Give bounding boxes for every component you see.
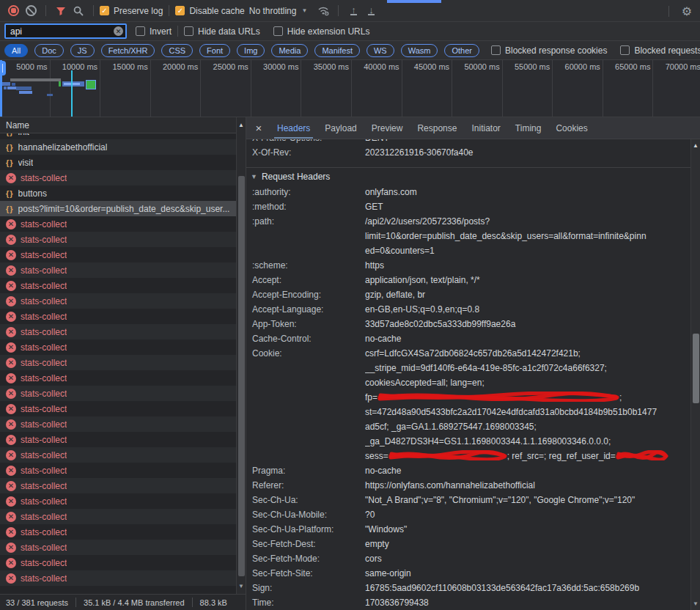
error-icon: ✕	[6, 173, 16, 183]
tab-response[interactable]: Response	[410, 117, 464, 139]
request-row[interactable]: ✕stats-collect	[0, 570, 236, 586]
request-row[interactable]: ✕stats-collect	[0, 216, 236, 232]
request-row[interactable]: ✕stats-collect	[0, 278, 236, 293]
network-conditions-button[interactable]	[314, 2, 332, 20]
close-icon[interactable]: ×	[252, 122, 265, 135]
header-value: no-cache	[365, 463, 690, 478]
type-option-list: Blocked response cookiesBlocked requests…	[491, 45, 700, 56]
request-row[interactable]: ✕stats-collect	[0, 324, 236, 339]
details-scrollbar[interactable]: ▲ ▼	[690, 139, 700, 610]
request-name: stats-collect	[21, 373, 67, 383]
clear-icon	[26, 5, 37, 16]
request-row[interactable]: ✕stats-collect	[0, 247, 236, 262]
network-overview-timeline[interactable]: 5000 ms10000 ms15000 ms20000 ms25000 ms3…	[0, 60, 700, 117]
filter-pill-fetch-xhr[interactable]: Fetch/XHR	[101, 44, 155, 57]
request-row[interactable]: ✕stats-collect	[0, 262, 236, 278]
tab-payload[interactable]: Payload	[317, 117, 364, 139]
request-row[interactable]: {}buttons	[0, 185, 236, 201]
filter-pill-manifest[interactable]: Manifest	[314, 44, 360, 57]
header-value-line: limit=10&order=publish_date_desc&skip_us…	[365, 229, 690, 243]
request-row[interactable]: ✕stats-collect	[0, 232, 236, 247]
filter-pill-img[interactable]: Img	[237, 44, 265, 57]
scroll-up-icon[interactable]: ▲	[237, 122, 246, 128]
import-har-button[interactable]: ↑	[345, 2, 362, 20]
request-name: stats-collect	[21, 296, 67, 306]
blocked-requests-checkbox[interactable]: Blocked requests	[620, 45, 700, 56]
filter-pill-all[interactable]: All	[4, 44, 28, 57]
scrollbar-thumb[interactable]	[693, 334, 699, 403]
request-row[interactable]: ✕stats-collect	[0, 509, 236, 524]
scrollbar-thumb[interactable]	[238, 176, 245, 576]
type-pill-list: AllDocJSFetch/XHRCSSFontImgMediaManifest…	[4, 44, 479, 57]
request-row[interactable]: ✕stats-collect	[0, 293, 236, 309]
hide-data-urls-checkbox[interactable]: Hide data URLs	[184, 26, 260, 37]
disable-cache-checkbox[interactable]: ✓ Disable cache	[175, 6, 244, 16]
clear-filter-icon[interactable]: ✕	[114, 26, 123, 36]
filter-pill-font[interactable]: Font	[199, 44, 230, 57]
filter-pill-ws[interactable]: WS	[366, 44, 394, 57]
waterfall-bar	[19, 91, 32, 94]
scroll-down-icon[interactable]: ▼	[691, 600, 700, 607]
request-row[interactable]: ✕stats-collect	[0, 401, 236, 416]
scroll-up-icon[interactable]: ▲	[691, 142, 700, 149]
request-row[interactable]: {}posts?limit=10&order=publish_date_desc…	[0, 201, 236, 216]
clear-button[interactable]	[22, 2, 40, 20]
filter-input[interactable]	[4, 23, 127, 39]
tab-cookies[interactable]: Cookies	[548, 117, 594, 139]
filter-pill-wasm[interactable]: Wasm	[401, 44, 438, 57]
header-value-line: ad5cf; _ga=GA1.1.689275447.1698003345;	[365, 419, 690, 434]
divider	[75, 598, 76, 607]
header-value: "Not_A Brand";v="8", "Chromium";v="120",…	[365, 493, 690, 507]
filter-pill-js[interactable]: JS	[70, 44, 95, 57]
request-row[interactable]: {}init	[0, 133, 236, 139]
request-row[interactable]: ✕stats-collect	[0, 355, 236, 370]
funnel-icon	[56, 6, 66, 16]
request-row[interactable]: ✕stats-collect	[0, 386, 236, 401]
filter-pill-media[interactable]: Media	[271, 44, 308, 57]
request-row[interactable]: ✕stats-collect	[0, 370, 236, 386]
header-key: Referer:	[246, 478, 365, 493]
request-row[interactable]: ✕stats-collect	[0, 447, 236, 463]
request-row[interactable]: ✕stats-collect	[0, 170, 236, 185]
request-row[interactable]: ✕stats-collect	[0, 416, 236, 432]
request-row[interactable]: ✕stats-collect	[0, 493, 236, 509]
request-list-scrollbar[interactable]: ▲ ▼	[236, 117, 246, 594]
request-name: stats-collect	[21, 481, 67, 491]
timeline-drag-handle[interactable]	[0, 61, 6, 76]
preserve-log-checkbox[interactable]: ✓ Preserve log	[100, 6, 163, 16]
tab-headers[interactable]: Headers	[270, 117, 317, 139]
filter-pill-doc[interactable]: Doc	[34, 44, 64, 57]
invert-checkbox[interactable]: Invert	[136, 26, 172, 37]
request-row[interactable]: ✕stats-collect	[0, 524, 236, 540]
request-row[interactable]: ✕stats-collect	[0, 555, 236, 570]
request-row[interactable]: ✕stats-collect	[0, 478, 236, 493]
request-row[interactable]: ✕stats-collect	[0, 309, 236, 324]
request-row[interactable]: ✕stats-collect	[0, 432, 236, 447]
filter-pill-other[interactable]: Other	[444, 44, 479, 57]
search-button[interactable]	[70, 2, 87, 20]
request-row[interactable]: {}visit	[0, 155, 236, 170]
scroll-down-icon[interactable]: ▼	[237, 583, 246, 589]
settings-button[interactable]: ⚙	[678, 2, 696, 20]
request-row[interactable]: ✕stats-collect	[0, 540, 236, 555]
name-column-header[interactable]: Name	[0, 117, 246, 133]
request-row[interactable]: {}hannahelizabethofficial	[0, 139, 236, 155]
export-har-button[interactable]: ↓	[362, 2, 380, 20]
error-icon: ✕	[6, 404, 16, 414]
filter-toggle-button[interactable]	[52, 2, 70, 20]
tab-preview[interactable]: Preview	[364, 117, 410, 139]
tab-timing[interactable]: Timing	[508, 117, 549, 139]
filter-pill-css[interactable]: CSS	[161, 44, 193, 57]
request-name: stats-collect	[21, 419, 67, 430]
throttling-dropdown[interactable]: No throttling ▼	[249, 6, 308, 16]
request-name: posts?limit=10&order=publish_date_desc&s…	[18, 204, 230, 214]
tab-initiator[interactable]: Initiator	[464, 117, 507, 139]
hide-extension-urls-checkbox[interactable]: Hide extension URLs	[273, 26, 370, 37]
record-button[interactable]	[4, 2, 22, 20]
request-row[interactable]: ✕stats-collect	[0, 339, 236, 355]
filter-bar: ✕ Invert Hide data URLs Hide extension U…	[0, 22, 700, 41]
request-headers-section-header[interactable]: ▼Request Headers	[246, 167, 690, 185]
blocked-response-cookies-checkbox[interactable]: Blocked response cookies	[491, 45, 607, 56]
request-row[interactable]: ✕stats-collect	[0, 463, 236, 478]
header-value: en-GB,en-US;q=0.9,en;q=0.8	[365, 302, 690, 317]
